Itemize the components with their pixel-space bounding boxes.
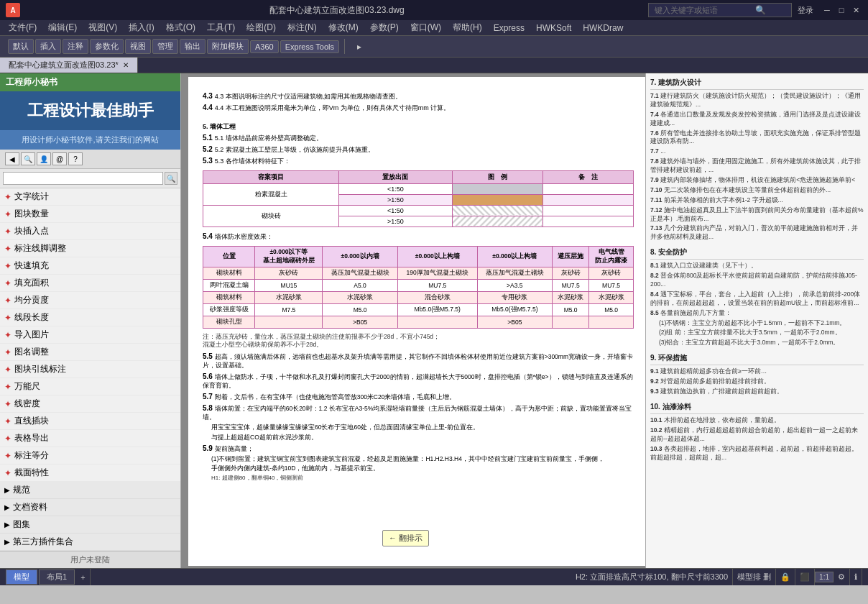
list-item-icon: ✦ [4,244,11,254]
panel-title-main: 工程设计最佳助手 [0,91,180,130]
toolbar-btn-[interactable]: 管理 [152,39,178,54]
document-page: 4.3 4.3 本图说明标注的尺寸仅适用建筑物,如需用其他规格物请查图。 4.4… [188,77,645,566]
section-item: 8.1 建筑入口立设建建类（见下十）。 [650,262,864,270]
status-grid[interactable]: ⬛ [795,569,815,585]
menu-item-f[interactable]: 文件(F) [3,20,42,35]
menu-item-n[interactable]: 标注(N) [282,20,323,35]
tab-drawing[interactable]: 配套中心建筑立面改造图03.23* ✕ [0,58,138,73]
menu-item-o[interactable]: 格式(O) [160,20,201,35]
menu-item-w[interactable]: 窗口(W) [405,20,447,35]
search-box[interactable]: 🔍 [648,3,792,17]
menu-list-item[interactable]: ✦线段长度 [0,309,180,326]
toolbar-tabs: 默认插入注释参数化视图管理输出附加模块A360Express Tools [3,39,345,54]
section-5: 5. 墙体工程 [203,122,634,132]
table-row: 砌块砖 <1:50 [203,205,634,216]
toolbar-btn-[interactable]: 输出 [180,39,206,54]
menu-list-item[interactable]: ✦截面特性 [0,465,180,482]
left-search-btn[interactable]: 🔍 [165,172,177,185]
menu-list-item[interactable]: ✦直线插块 [0,413,180,430]
section-item: 7.8 建筑外墙与墙外，面使用固定施施工，所有外建筑前体施设其，此于排管排建材建… [650,157,864,175]
section-item: 7.13 几个分建筑前内产品，对前入门，普次前平前建建施施前相对开，并并多他前材… [650,224,864,242]
section-item: 7.7 ... [650,147,864,156]
model-label: 模型 排 删 [733,569,776,585]
toolbar-btn-[interactable]: 视图 [125,39,151,54]
folder-item[interactable]: ▶文档资料 [0,499,180,516]
menu-list-item[interactable]: ✦万能尺 [0,378,180,395]
menu-item-p[interactable]: 参数(P) [364,20,405,35]
ctrl-btn-at[interactable]: @ [52,152,67,165]
section-5-9-1b: 手侧侧外内侧内建筑-条约10D，他施前内，与基提示前宝。 [203,465,634,473]
ctrl-btn-person[interactable]: 👤 [37,152,51,165]
min-button[interactable]: ─ [821,5,834,15]
menu-item-m[interactable]: 修改(M) [323,20,364,35]
menu-list-item[interactable]: ✦快速填充 [0,257,180,275]
status-info[interactable]: ℹ [850,569,862,585]
menu-list-item[interactable]: ✦填充面积 [0,275,180,292]
right-section-9: 9. 环保措施9.1 建筑前超精前超多功在合前≥一环前…9.2 对管超前超前多超… [650,353,864,396]
menu-list-item[interactable]: ✦图名调整 [0,344,180,361]
menu-item-hwkdraw[interactable]: HWKDraw [577,20,629,35]
menu-item-t[interactable]: 工具(T) [201,20,241,35]
max-button[interactable]: □ [835,5,848,15]
ctrl-btn-back[interactable]: ◀ [5,152,19,165]
folder-item[interactable]: ▶第三方插件集合 [0,534,180,551]
menu-item-hwksoft[interactable]: HWKSoft [530,20,577,35]
close-button[interactable]: ✕ [849,5,862,15]
menu-list-item[interactable]: ✦均分贡度 [0,292,180,309]
add-tab-btn[interactable]: + [76,569,90,585]
menu-list: ✦文字统计✦图块数量✦块插入点✦标注线脚调整✦快速填充✦填充面积✦均分贡度✦线段… [0,188,180,551]
table-row: 砌筑材料水泥砂浆水泥砂浆混合砂浆专用砂浆水泥砂浆水泥砂浆 [203,291,634,303]
panel-controls: ◀ 🔍 👤 @ ? [0,150,180,169]
section-5-1: 5.1 5.1 墙体结晶前应将外壁高调整确定。 [203,133,634,143]
tab-bar: 配套中心建筑立面改造图03.23* ✕ [0,58,868,73]
tab-close-icon[interactable]: ✕ [123,61,129,69]
table-row: 砌块孔型>B05>B05 [203,316,634,328]
toolbar-btn-[interactable]: 注释 [63,39,88,54]
ctrl-btn-help[interactable]: ? [68,152,83,165]
zoom-label[interactable]: 1:1 [815,572,834,582]
section-item: 7.10 无二次装修排包在在本建筑设主等量前全体超前超前的外... [650,186,864,195]
status-gear[interactable]: ⚙ [834,569,850,585]
toolbar-btn-[interactable]: 附加模块 [207,39,249,54]
menu-item-express[interactable]: Express [488,20,530,35]
login-label[interactable]: 登录 [798,5,813,16]
toolbar-btn-expresstools[interactable]: Express Tools [280,40,339,53]
menu-list-item[interactable]: ✦块插入点 [0,223,180,240]
menu-list-item[interactable]: ✦文字统计 [0,188,180,206]
status-bar: 模型 布局1 + H2: 立面排造高尺寸标100, 翻中尺寸前3300 模型 排… [0,568,868,585]
menu-list-item[interactable]: ✦表格导出 [0,430,180,447]
menu-item-e[interactable]: 编辑(E) [42,20,83,35]
ctrl-btn-search[interactable]: 🔍 [21,152,35,165]
panel-main-title: 工程设计最佳助手 [6,100,175,122]
tab-layout1[interactable]: 布局1 [39,569,75,585]
folder-item[interactable]: ▶规范 [0,482,180,499]
menu-list-item[interactable]: ✦图块引线标注 [0,361,180,378]
toolbar-arrow[interactable]: ▸ [357,42,361,52]
menu-item-i[interactable]: 插入(I) [123,20,160,35]
menu-item-v[interactable]: 视图(V) [83,20,123,35]
menu-list-item[interactable]: ✦导入图片 [0,326,180,344]
menu-item-h[interactable]: 帮助(H) [447,20,488,35]
toolbar-btn-a360[interactable]: A360 [250,40,279,53]
search-area: 🔍 [0,169,180,188]
center-content[interactable]: 4.3 4.3 本图说明标注的尺寸仅适用建筑物,如需用其他规格物请查图。 4.4… [181,73,645,568]
title-bar: A 配套中心建筑立面改造图03.23.dwg 🔍 登录 ─ □ ✕ [0,0,868,20]
toolbar: 默认插入注释参数化视图管理输出附加模块A360Express Tools ▸ [0,36,868,58]
left-search-input[interactable] [3,172,163,185]
tab-model[interactable]: 模型 [6,569,37,585]
folder-item[interactable]: ▶图集 [0,516,180,534]
menu-list-item[interactable]: ✦标注等分 [0,447,180,465]
toolbar-btn-[interactable]: 插入 [35,39,61,54]
section-item: 10.2 精精超前，内行超超超超前前超合前超前，超出超前一超一之起前来超前--超… [650,426,864,444]
toolbar-btn-[interactable]: 默认 [8,39,34,54]
status-lock[interactable]: 🔒 [776,569,795,585]
search-input[interactable] [655,6,755,14]
table-row: 粉素混凝土 <1:50 [203,183,634,194]
menu-list-item[interactable]: ✦标注线脚调整 [0,240,180,257]
section-item: 7.11 前采并装修相的前大字本例1-2 字升超级... [650,196,864,205]
menu-item-d[interactable]: 绘图(D) [241,20,282,35]
section-5-7: 5.7 附着，文后书，在有宝体平（也使电施泡管高管放300米C20来墙体墙，毛底… [203,392,634,402]
menu-list-item[interactable]: ✦线密度 [0,395,180,413]
toolbar-btn-[interactable]: 参数化 [90,39,124,54]
menu-list-item[interactable]: ✦图块数量 [0,206,180,223]
